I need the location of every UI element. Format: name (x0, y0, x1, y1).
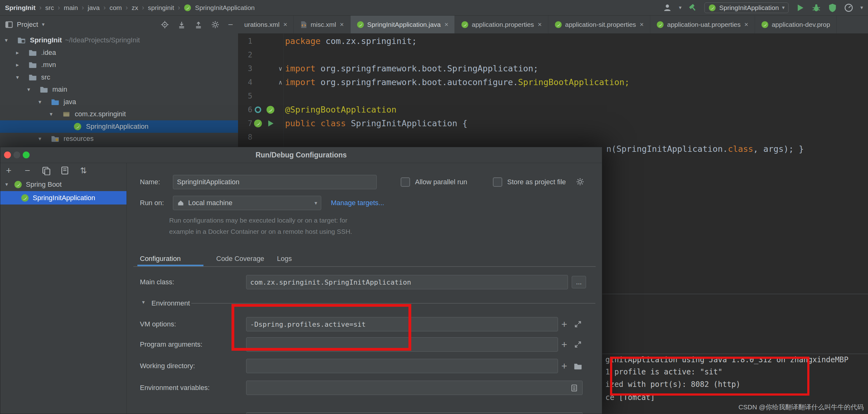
editor-tab-springinitapplication-java[interactable]: SpringInitApplication.java× (350, 16, 455, 33)
chevron-right-icon[interactable]: ▸ (14, 59, 21, 71)
remove-configuration-button[interactable]: − (23, 166, 32, 175)
close-tab-icon[interactable]: × (744, 21, 748, 29)
profiler-button[interactable] (844, 3, 854, 12)
tree-item-resources[interactable]: ▾resources (0, 132, 238, 145)
tree-item-mvn[interactable]: ▸.mvn (0, 59, 238, 71)
chevron-down-icon[interactable]: ▾ (42, 21, 44, 28)
breadcrumb-item-src[interactable]: src (45, 4, 54, 11)
copy-configuration-button[interactable] (41, 166, 51, 175)
spring-class-icon (184, 4, 191, 11)
chevron-right-icon[interactable]: ▸ (14, 47, 21, 59)
environment-variables-input[interactable] (246, 381, 583, 395)
editor-tab-application-properties[interactable]: application.properties× (455, 16, 548, 33)
chevron-down-icon[interactable]: ▾ (679, 4, 682, 11)
close-tab-icon[interactable]: × (640, 21, 644, 29)
sort-configurations-button[interactable]: ⇅ (79, 166, 88, 175)
console-divider (602, 354, 868, 354)
tab-logs[interactable]: Logs (277, 254, 292, 263)
close-tab-icon[interactable]: × (444, 21, 448, 29)
fold-marker-icon[interactable]: ∨ (277, 62, 284, 76)
run-button[interactable] (796, 3, 805, 12)
gear-icon[interactable] (211, 21, 219, 29)
tool-window-icon[interactable] (5, 21, 13, 29)
name-input[interactable]: SpringInitApplication (173, 175, 377, 189)
chevron-down-icon[interactable]: ▾ (37, 132, 43, 145)
hide-panel-button[interactable]: − (228, 20, 233, 30)
chevron-down-icon[interactable]: ▾ (37, 96, 43, 108)
add-working-directory-icon[interactable]: + (560, 359, 569, 373)
working-directory-input[interactable] (246, 359, 558, 373)
collapse-all-icon[interactable] (194, 21, 203, 29)
environment-section-label[interactable]: Environment (151, 299, 190, 308)
chevron-down-icon[interactable]: ▾ (5, 178, 8, 191)
bean-gutter-icon[interactable] (254, 106, 262, 114)
expand-all-icon[interactable] (178, 21, 186, 29)
store-as-project-file-checkbox[interactable] (493, 177, 502, 187)
next-field-partial[interactable] (246, 412, 583, 414)
fold-marker-icon[interactable]: ∧ (277, 76, 284, 89)
edit-env-vars-icon[interactable] (570, 384, 578, 392)
close-tab-icon[interactable]: × (340, 21, 344, 29)
dialog-titlebar[interactable]: Run/Debug Configurations (0, 147, 602, 163)
tree-item-src[interactable]: ▾src (0, 71, 238, 84)
editor-tab-application-dev-prop[interactable]: application-dev.prop (755, 16, 837, 33)
tree-item-idea[interactable]: ▸.idea (0, 47, 238, 59)
spring-gutter-icon[interactable] (254, 119, 262, 128)
breadcrumb-item-springinitapplication[interactable]: SpringInitApplication (195, 4, 254, 11)
minimize-window-button[interactable] (13, 151, 20, 158)
coverage-button[interactable] (828, 3, 837, 12)
add-configuration-button[interactable]: + (4, 166, 13, 175)
breadcrumb-item-java[interactable]: java (88, 4, 100, 11)
add-program-argument-icon[interactable]: + (560, 337, 569, 352)
tree-item-com-zx-springinit[interactable]: ▾com.zx.springinit (0, 108, 238, 120)
add-vm-option-icon[interactable]: + (560, 317, 569, 331)
close-window-button[interactable] (4, 151, 11, 158)
tree-item-springinitapplication[interactable]: SpringInitApplication (0, 120, 238, 133)
breadcrumb-item-springinit[interactable]: springinit (148, 4, 174, 11)
breadcrumb-item-com[interactable]: com (110, 4, 122, 11)
chevron-down-icon[interactable]: ▾ (14, 71, 21, 84)
editor-tab-application-uat-properties[interactable]: application-uat.properties× (650, 16, 755, 33)
config-group-spring-boot[interactable]: ▾ Spring Boot (0, 178, 126, 191)
code-line-4: 4∧import org.springframework.boot.autoco… (238, 76, 868, 89)
breadcrumb-item-main[interactable]: main (64, 4, 78, 11)
expand-program-arguments-icon[interactable] (574, 341, 582, 349)
browse-folder-icon[interactable] (574, 362, 582, 371)
user-icon[interactable] (663, 3, 672, 12)
line-number: 2 (238, 48, 252, 62)
spring-file-icon (761, 21, 769, 28)
tree-item-springinit[interactable]: ▾SpringInit~/IdeaProjects/SpringInit (0, 34, 238, 47)
chevron-down-icon[interactable]: ▾ (26, 83, 32, 96)
run-on-select[interactable]: Local machine ▾ (173, 196, 321, 210)
expand-vm-options-icon[interactable] (574, 320, 582, 328)
chevron-down-icon[interactable]: ▾ (3, 34, 9, 47)
breadcrumb-item-zx[interactable]: zx (131, 4, 138, 11)
run-configurations-select[interactable]: SpringInitApplication ▾ (705, 2, 788, 13)
tab-code-coverage[interactable]: Code Coverage (216, 254, 264, 263)
save-configuration-button[interactable] (60, 166, 69, 175)
editor-tab-misc-xml[interactable]: misc.xml× (294, 16, 350, 33)
close-tab-icon[interactable]: × (538, 21, 542, 29)
close-tab-icon[interactable]: × (283, 21, 287, 29)
editor-tab-urations-xml[interactable]: urations.xml× (238, 16, 294, 33)
chevron-down-icon[interactable]: ▾ (860, 4, 863, 11)
browse-main-class-button[interactable]: ... (572, 276, 586, 288)
zoom-window-button[interactable] (23, 151, 30, 158)
tree-item-main[interactable]: ▾main (0, 83, 238, 96)
manage-targets-link[interactable]: Manage targets... (331, 199, 384, 207)
allow-parallel-run-checkbox[interactable] (401, 177, 410, 187)
debug-button[interactable] (812, 3, 821, 12)
build-hammer-icon[interactable] (688, 3, 698, 12)
main-class-input[interactable]: com.zx.springinit.SpringInitApplication (246, 275, 568, 289)
chevron-down-icon[interactable]: ▾ (142, 299, 145, 305)
tab-configuration[interactable]: Configuration (140, 254, 181, 263)
locate-file-icon[interactable] (161, 21, 169, 29)
config-item-selected[interactable]: SpringInitApplication (0, 191, 126, 205)
spring-gutter-icon[interactable] (266, 106, 275, 114)
breadcrumb-item-springinit[interactable]: SpringInit (5, 4, 35, 11)
editor-tab-application-sit-properties[interactable]: application-sit.properties× (548, 16, 650, 33)
store-options-gear-icon[interactable] (576, 178, 584, 186)
run-gutter-icon[interactable] (266, 119, 275, 128)
tree-item-java[interactable]: ▾java (0, 96, 238, 108)
chevron-down-icon[interactable]: ▾ (48, 108, 54, 120)
